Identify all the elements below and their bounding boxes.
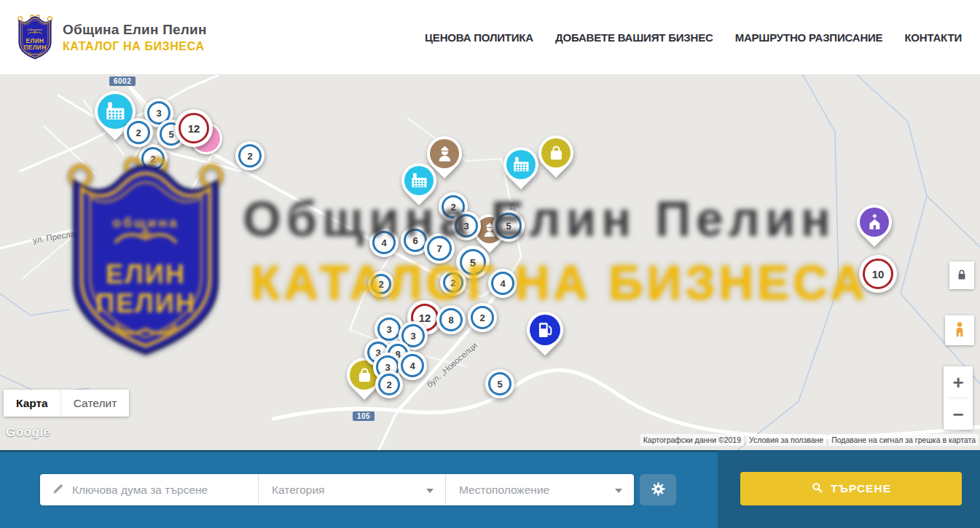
keyword-field[interactable] (40, 474, 259, 505)
cluster-marker[interactable]: 12 (175, 109, 213, 147)
main-nav: ЦЕНОВА ПОЛИТИКА ДОБАВЕТЕ ВАШИЯТ БИЗНЕС М… (425, 31, 962, 44)
map-type-satellite-button[interactable]: Сателит (60, 390, 129, 417)
zoom-in-button[interactable]: + (944, 366, 973, 398)
cluster-marker[interactable]: 2 (235, 141, 264, 170)
attribution-copyright: Картографски данни ©2019 (640, 434, 744, 446)
nav-item-route-schedule[interactable]: МАРШРУТНО РАЗПИСАНИЕ (735, 31, 883, 44)
cluster-marker[interactable]: 5 (485, 369, 514, 398)
settings-button[interactable] (640, 474, 676, 505)
cluster-marker[interactable]: 2 (440, 269, 466, 296)
cluster-marker[interactable]: 2 (138, 144, 168, 173)
zoom-out-button[interactable]: − (944, 398, 973, 430)
map-type-map-button[interactable]: Карта (4, 390, 60, 417)
attribution-terms-link[interactable]: Условия за ползване (746, 434, 826, 446)
lock-icon (954, 267, 969, 285)
cluster-marker[interactable]: 3 (452, 211, 481, 240)
search-panel: ТЪРСЕНЕ (718, 450, 980, 528)
factory-icon (511, 154, 532, 176)
map-pin-church[interactable] (857, 205, 892, 240)
search-button[interactable]: ТЪРСЕНЕ (740, 472, 962, 505)
chevron-down-icon (615, 489, 622, 493)
cluster-marker[interactable]: 4 (398, 351, 427, 380)
site-title: Община Елин Пелин (63, 22, 207, 38)
google-logo[interactable]: Google (6, 425, 51, 440)
site-subtitle: КАТАЛОГ НА БИЗНЕСА (63, 40, 207, 53)
search-bar: ТЪРСЕНЕ Категория Местоположение (0, 450, 980, 528)
cluster-marker[interactable]: 10 (859, 255, 897, 293)
cluster-marker[interactable]: 2 (368, 271, 394, 297)
map-canvas[interactable]: 6002105 ул. Преславбул. „Новоселцищи (0, 75, 980, 450)
map-type-switcher: Карта Сателит (4, 390, 129, 417)
church-icon (864, 212, 885, 233)
chevron-down-icon (426, 489, 434, 493)
factory-icon (103, 99, 128, 125)
map-pin-factory[interactable] (503, 147, 538, 182)
keyword-input[interactable] (65, 484, 258, 497)
cluster-marker[interactable]: 2 (468, 303, 497, 332)
nav-item-contacts[interactable]: КОНТАКТИ (904, 31, 962, 44)
pencil-icon (52, 482, 65, 498)
zoom-control: + − (944, 366, 973, 430)
map-pin-factory[interactable] (401, 163, 436, 198)
bag-icon (546, 143, 567, 164)
logo-text: Община Елин Пелин КАТАЛОГ НА БИЗНЕСА (63, 22, 207, 53)
fuel-icon (534, 319, 556, 341)
bag-icon (354, 365, 375, 386)
map-pin-fuel[interactable] (527, 312, 563, 348)
nav-item-add-your-business[interactable]: ДОБАВЕТЕ ВАШИЯТ БИЗНЕС (555, 31, 713, 44)
cluster-marker[interactable]: 4 (488, 269, 517, 298)
worker-icon (434, 143, 455, 165)
map-attribution: Картографски данни ©2019 Условия за полз… (638, 434, 979, 446)
search-fields: Категория Местоположение (40, 474, 634, 505)
attribution-report-link[interactable]: Подаване на сигнал за грешка в картата (828, 434, 979, 446)
municipality-crest-icon (16, 14, 54, 61)
page: Община Елин Пелин КАТАЛОГ НА БИЗНЕСА ЦЕН… (0, 0, 980, 528)
map-pin-bag[interactable] (538, 135, 573, 170)
location-select[interactable]: Местоположение (446, 474, 634, 505)
gear-icon (650, 481, 667, 500)
cluster-marker[interactable]: 7 (424, 233, 455, 264)
nav-item-pricing-policy[interactable]: ЦЕНОВА ПОЛИТИКА (425, 31, 533, 44)
search-button-label: ТЪРСЕНЕ (831, 482, 891, 495)
pegman-icon (951, 320, 968, 341)
pegman-button[interactable] (945, 315, 974, 345)
lock-button[interactable] (949, 261, 974, 289)
cluster-marker[interactable]: 4 (369, 228, 399, 257)
logo-link[interactable]: Община Елин Пелин КАТАЛОГ НА БИЗНЕСА (16, 14, 207, 61)
search-icon (811, 481, 823, 497)
cluster-marker[interactable]: 2 (375, 371, 403, 398)
header: Община Елин Пелин КАТАЛОГ НА БИЗНЕСА ЦЕН… (0, 0, 980, 75)
category-select[interactable]: Категория (259, 474, 446, 505)
cluster-marker[interactable]: 8 (436, 305, 466, 334)
location-value: Местоположение (459, 484, 549, 497)
cluster-marker[interactable]: 5 (493, 210, 525, 242)
category-value: Категория (272, 484, 324, 497)
cluster-marker[interactable]: 2 (124, 118, 153, 147)
factory-icon (409, 170, 430, 192)
